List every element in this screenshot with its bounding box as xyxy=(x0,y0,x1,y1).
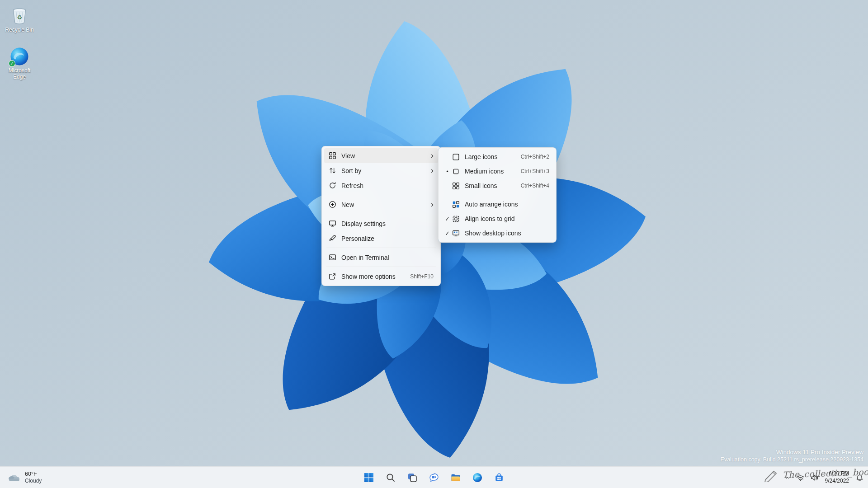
menu-item-label: Small icons xyxy=(465,182,497,189)
watermark-line2: Evaluation copy. Build 25211.rs_prerelea… xyxy=(721,456,863,463)
edge-icon xyxy=(472,472,483,483)
checkmark-icon: ✓ xyxy=(443,216,452,222)
menu-item-display-settings[interactable]: Display settings xyxy=(324,216,438,231)
taskbar: 60°F Cloudy xyxy=(0,466,868,488)
chevron-up-icon xyxy=(784,474,791,481)
separator xyxy=(326,248,436,248)
desktop-icon-microsoft-edge[interactable]: ✓ Microsoft Edge xyxy=(2,47,37,80)
grid-icon xyxy=(329,152,336,160)
taskbar-store-button[interactable] xyxy=(490,469,508,487)
taskbar-chat-button[interactable] xyxy=(425,469,443,487)
taskbar-task-view-button[interactable] xyxy=(403,469,421,487)
menu-item-show-more-options[interactable]: Show more options Shift+F10 xyxy=(324,269,438,284)
clock-time: 6:20 PM xyxy=(829,470,849,478)
show-desktop-icon xyxy=(452,230,460,237)
green-check-badge-icon: ✓ xyxy=(9,60,15,67)
checkmark-icon: ✓ xyxy=(443,230,452,237)
submenu-item-medium-icons[interactable]: • Medium icons Ctrl+Shift+3 xyxy=(441,164,554,178)
menu-item-label: Show more options xyxy=(341,273,396,280)
clock-date: 9/24/2022 xyxy=(825,478,849,485)
menu-item-label: Align icons to grid xyxy=(465,215,515,222)
desktop-icon-label: Recycle Bin xyxy=(5,27,33,33)
chevron-right-icon: › xyxy=(431,200,434,208)
taskbar-start-button[interactable] xyxy=(360,469,378,487)
align-grid-icon xyxy=(452,215,460,223)
store-icon xyxy=(494,472,505,483)
terminal-icon xyxy=(329,253,336,261)
menu-item-personalize[interactable]: Personalize xyxy=(324,231,438,246)
submenu-item-auto-arrange-icons[interactable]: Auto arrange icons xyxy=(441,197,554,211)
taskbar-center-icons xyxy=(360,469,508,487)
watermark-line1: Windows 11 Pro Insider Preview xyxy=(721,449,863,455)
sort-arrows-icon xyxy=(329,167,336,174)
menu-item-label: Refresh xyxy=(341,182,363,189)
taskbar-tray: 6:20 PM 9/24/2022 xyxy=(782,469,866,487)
menu-item-sort-by[interactable]: Sort by › xyxy=(324,163,438,178)
menu-item-label: New xyxy=(341,201,354,208)
start-icon xyxy=(363,472,374,483)
desktop-context-menu: View › Sort by › Refresh New › Display s… xyxy=(321,146,441,286)
tray-network-button[interactable] xyxy=(794,469,807,487)
taskbar-edge-button[interactable] xyxy=(468,469,486,487)
file-explorer-icon xyxy=(450,472,461,483)
view-submenu: Large icons Ctrl+Shift+2 • Medium icons … xyxy=(438,147,557,243)
weather-widget[interactable]: 60°F Cloudy xyxy=(2,469,47,487)
taskbar-clock[interactable]: 6:20 PM 9/24/2022 xyxy=(822,469,852,487)
menu-item-label: Sort by xyxy=(341,167,361,174)
separator xyxy=(326,214,436,214)
taskbar-file-explorer-button[interactable] xyxy=(447,469,465,487)
weather-condition: Cloudy xyxy=(25,478,42,484)
menu-item-label: Open in Terminal xyxy=(341,254,389,261)
recycle-bin-icon: ♻ xyxy=(9,5,29,25)
submenu-item-show-desktop-icons[interactable]: ✓ Show desktop icons xyxy=(441,226,554,240)
more-options-icon xyxy=(329,272,336,280)
menu-item-label: Personalize xyxy=(341,235,374,242)
small-icons-icon xyxy=(452,182,460,190)
task-view-icon xyxy=(407,472,418,483)
medium-icons-icon xyxy=(452,168,460,175)
chevron-right-icon: › xyxy=(431,151,434,160)
menu-item-label: Medium icons xyxy=(465,168,504,175)
menu-item-refresh[interactable]: Refresh xyxy=(324,178,438,193)
refresh-icon xyxy=(329,182,336,189)
display-icon xyxy=(329,220,336,227)
speaker-icon xyxy=(810,474,819,482)
large-icons-icon xyxy=(452,153,460,161)
menu-item-view[interactable]: View › xyxy=(324,148,438,163)
shortcut-text: Ctrl+Shift+2 xyxy=(514,154,549,160)
separator xyxy=(443,195,552,195)
radio-dot-icon: • xyxy=(443,168,452,175)
submenu-item-small-icons[interactable]: Small icons Ctrl+Shift+4 xyxy=(441,178,554,193)
taskbar-search-button[interactable] xyxy=(382,469,400,487)
plus-circle-icon xyxy=(329,201,336,208)
menu-item-label: Display settings xyxy=(341,220,386,227)
menu-item-label: View xyxy=(341,152,355,160)
wifi-icon xyxy=(796,474,805,482)
shortcut-text: Shift+F10 xyxy=(404,273,434,280)
chat-icon xyxy=(429,472,439,483)
desktop-icon-label: Microsoft Edge xyxy=(2,67,37,80)
menu-item-label: Large icons xyxy=(465,153,497,160)
chevron-right-icon: › xyxy=(431,166,434,174)
submenu-item-large-icons[interactable]: Large icons Ctrl+Shift+2 xyxy=(441,150,554,164)
microsoft-edge-icon: ✓ xyxy=(10,47,29,66)
separator xyxy=(326,195,436,195)
separator xyxy=(326,267,436,267)
auto-arrange-icon xyxy=(452,201,460,208)
menu-item-open-in-terminal[interactable]: Open in Terminal xyxy=(324,250,438,265)
menu-item-label: Auto arrange icons xyxy=(465,201,518,208)
tray-show-hidden-icons-button[interactable] xyxy=(782,469,793,487)
search-icon xyxy=(385,472,396,483)
paintbrush-icon xyxy=(329,235,336,242)
menu-item-new[interactable]: New › xyxy=(324,197,438,212)
shortcut-text: Ctrl+Shift+4 xyxy=(514,183,549,189)
tray-volume-button[interactable] xyxy=(808,469,821,487)
desktop-icon-recycle-bin[interactable]: ♻ Recycle Bin xyxy=(2,5,37,33)
build-watermark: Windows 11 Pro Insider Preview Evaluatio… xyxy=(721,449,863,463)
bell-icon xyxy=(855,474,864,482)
menu-item-label: Show desktop icons xyxy=(465,230,521,237)
cloud-icon xyxy=(7,473,21,482)
weather-temp: 60°F xyxy=(25,471,37,478)
notification-bell-button[interactable] xyxy=(853,469,866,487)
submenu-item-align-icons-to-grid[interactable]: ✓ Align icons to grid xyxy=(441,211,554,226)
